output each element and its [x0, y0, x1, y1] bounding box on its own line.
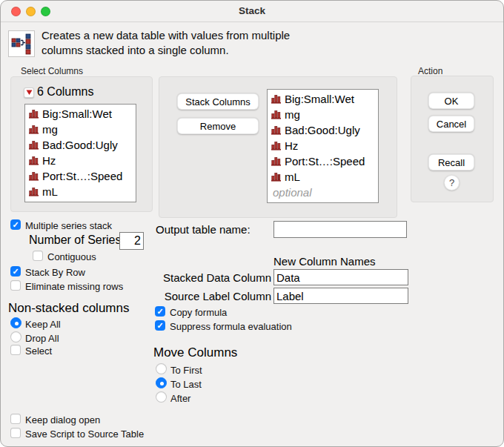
output-table-name-input[interactable]: [273, 221, 407, 238]
keep-dialog-open-label: Keep dialog open: [25, 414, 100, 426]
red-triangle-menu-icon[interactable]: [24, 87, 34, 98]
list-item[interactable]: Bad:Good:Ugly: [25, 137, 136, 153]
title-bar[interactable]: Stack: [1, 1, 503, 21]
select-columns-panel-label: Select Columns: [21, 66, 83, 76]
continuous-column-icon: [29, 156, 39, 165]
continuous-column-icon: [29, 125, 39, 134]
help-button[interactable]: ?: [444, 175, 460, 191]
column-name: mg: [285, 108, 300, 121]
suppress-formula-evaluation-label: Suppress formula evaluation: [170, 321, 292, 332]
to-first-radio[interactable]: [156, 363, 167, 374]
contiguous-label: Contiguous: [47, 251, 96, 262]
number-of-series-label: Number of Series: [29, 234, 122, 247]
stacked-data-column-input[interactable]: [273, 269, 408, 285]
source-label-column-input[interactable]: [273, 288, 408, 304]
column-name: Bad:Good:Ugly: [285, 124, 360, 136]
stacked-columns-list[interactable]: Big:Small:Wet mg Bad:Good:Ugly Hz Port:S…: [267, 89, 379, 203]
columns-count-label: 6 Columns: [37, 85, 93, 99]
column-name: mL: [42, 185, 58, 198]
continuous-column-icon: [271, 125, 281, 135]
eliminate-missing-rows-label: Eliminate missing rows: [25, 281, 123, 292]
continuous-column-icon: [29, 140, 39, 150]
description-line-1: Creates a new data table with values fro…: [42, 28, 290, 43]
keep-all-label: Keep All: [25, 319, 61, 330]
list-item[interactable]: mg: [25, 122, 136, 137]
continuous-column-icon: [29, 187, 39, 196]
list-item[interactable]: Big:Small:Wet: [268, 91, 378, 107]
contiguous-checkbox[interactable]: [33, 251, 43, 261]
ok-button[interactable]: OK: [428, 93, 474, 109]
column-name: Hz: [285, 139, 298, 152]
continuous-column-icon: [29, 171, 39, 181]
keep-all-radio[interactable]: [10, 317, 21, 328]
keep-dialog-open-checkbox[interactable]: [10, 414, 21, 424]
remove-button[interactable]: Remove: [177, 118, 259, 134]
output-table-name-label: Output table name:: [156, 223, 251, 236]
save-script-label: Save Script to Source Table: [25, 428, 144, 440]
list-item[interactable]: Bad:Good:Ugly: [268, 122, 378, 138]
column-name: Bad:Good:Ugly: [42, 139, 118, 151]
column-name: mL: [285, 170, 300, 183]
to-last-radio[interactable]: [156, 377, 167, 388]
multiple-series-stack-label: Multiple series stack: [25, 220, 112, 231]
to-first-label: To First: [170, 365, 202, 376]
recall-button[interactable]: Recall: [428, 154, 474, 170]
stack-by-row-checkbox[interactable]: [10, 266, 21, 277]
column-name: Big:Small:Wet: [42, 107, 112, 120]
copy-formula-checkbox[interactable]: [155, 306, 165, 317]
dialog-description: Creates a new data table with values fro…: [42, 28, 290, 58]
list-item[interactable]: mL: [268, 169, 378, 185]
optional-hint: optional: [268, 185, 378, 200]
stack-dialog-window: Stack Creates a new data table with valu…: [0, 0, 504, 447]
stacked-data-column-label: Stacked Data Column: [153, 271, 271, 284]
source-label-column-label: Source Label Column: [153, 290, 271, 302]
eliminate-missing-rows-checkbox[interactable]: [10, 280, 21, 291]
new-column-names-header: New Column Names: [273, 255, 376, 268]
list-item[interactable]: Hz: [25, 153, 136, 168]
action-panel-label: Action: [418, 66, 442, 76]
list-item[interactable]: Hz: [268, 138, 378, 153]
stack-columns-button[interactable]: Stack Columns: [177, 93, 259, 110]
list-item[interactable]: mL: [25, 184, 136, 199]
copy-formula-label: Copy formula: [170, 307, 227, 318]
list-item[interactable]: Port:St…:Speed: [268, 153, 378, 169]
continuous-column-icon: [271, 110, 281, 119]
suppress-formula-evaluation-checkbox[interactable]: [155, 320, 165, 331]
non-stacked-columns-header: Non-stacked columns: [8, 301, 129, 316]
stack-dialog-icon: [8, 30, 35, 57]
column-name: Big:Small:Wet: [285, 93, 354, 105]
cancel-button[interactable]: Cancel: [428, 116, 474, 132]
continuous-column-icon: [271, 141, 281, 150]
source-columns-list[interactable]: Big:Small:Wet mg Bad:Good:Ugly Hz Port:S…: [24, 104, 136, 202]
continuous-column-icon: [29, 109, 39, 119]
continuous-column-icon: [271, 156, 281, 166]
description-line-2: columns stacked into a single column.: [42, 43, 290, 58]
multiple-series-stack-checkbox[interactable]: [10, 219, 21, 230]
drop-all-label: Drop All: [25, 333, 59, 344]
stack-by-row-label: Stack By Row: [25, 267, 85, 278]
move-columns-header: Move Columns: [153, 345, 237, 360]
number-of-series-input[interactable]: [119, 232, 144, 250]
column-name: Port:St…:Speed: [42, 170, 122, 182]
to-last-label: To Last: [170, 379, 202, 390]
drop-all-radio[interactable]: [10, 331, 21, 342]
column-name: mg: [42, 123, 58, 136]
list-item[interactable]: Port:St…:Speed: [25, 168, 136, 184]
save-script-checkbox[interactable]: [10, 428, 21, 438]
continuous-column-icon: [271, 94, 281, 104]
list-item[interactable]: mg: [268, 107, 378, 122]
after-radio[interactable]: [156, 391, 167, 403]
column-name: Hz: [42, 154, 56, 167]
column-name: Port:St…:Speed: [285, 155, 365, 168]
select-label: Select: [25, 345, 52, 357]
window-title: Stack: [1, 5, 503, 16]
select-checkbox[interactable]: [10, 345, 21, 355]
list-item[interactable]: Big:Small:Wet: [25, 106, 136, 122]
titlebar-separator: [1, 21, 503, 22]
continuous-column-icon: [271, 172, 281, 182]
after-label: After: [170, 393, 190, 404]
